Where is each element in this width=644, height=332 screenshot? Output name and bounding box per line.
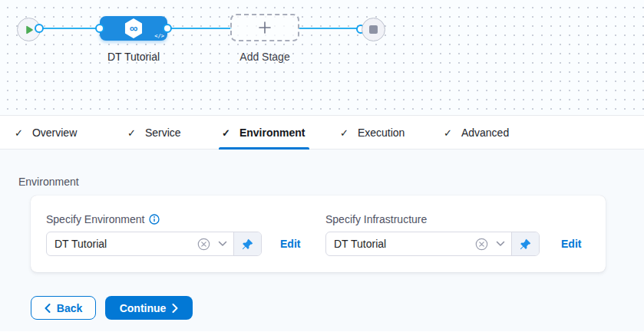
chevron-down-icon[interactable]: [496, 241, 505, 247]
tab-overview[interactable]: ✓ Overview: [15, 116, 77, 150]
stop-icon: [369, 25, 378, 34]
stage-tabs: ✓ Overview ✓ Service ✓ Environment ✓ Exe…: [0, 116, 644, 150]
specify-environment-field: Specify Environment DT Tutorial: [46, 213, 325, 272]
chevron-down-icon[interactable]: [218, 241, 227, 247]
pipeline-edge: [298, 28, 358, 29]
pin-icon: [242, 238, 253, 250]
check-icon: ✓: [15, 127, 23, 139]
connector-port: [163, 24, 172, 33]
tab-label: Overview: [32, 127, 77, 139]
section-heading: Environment: [18, 176, 626, 188]
back-button[interactable]: Back: [31, 296, 96, 320]
code-view-icon[interactable]: </>: [154, 33, 164, 39]
specify-infrastructure-field: Specify Infrastructure DT Tutorial: [325, 213, 581, 272]
check-icon: ✓: [444, 127, 452, 139]
tab-execution[interactable]: ✓ Execution: [340, 116, 405, 150]
chevron-left-icon: [45, 304, 51, 313]
tab-environment[interactable]: ✓ Environment: [222, 116, 305, 150]
cd-stage-icon: ∞: [124, 18, 143, 38]
pipeline-edge: [167, 28, 232, 29]
environment-card: Specify Environment DT Tutorial: [31, 196, 606, 272]
pipeline-end-node: [362, 18, 385, 41]
add-stage-button[interactable]: [230, 14, 299, 41]
plus-icon: [258, 21, 272, 35]
connector-port: [35, 24, 44, 33]
pipeline-edge: [38, 28, 100, 29]
clear-icon[interactable]: [197, 238, 210, 251]
pin-button[interactable]: [511, 232, 539, 255]
play-icon: [25, 25, 34, 35]
chevron-right-icon: [172, 304, 178, 313]
continue-button-label: Continue: [120, 302, 167, 314]
tab-label: Service: [145, 127, 181, 139]
tab-label: Environment: [239, 127, 305, 139]
info-icon[interactable]: [149, 214, 160, 225]
tab-service[interactable]: ✓ Service: [127, 116, 181, 150]
field-label: Specify Infrastructure: [325, 213, 427, 225]
tab-advanced[interactable]: ✓ Advanced: [444, 116, 509, 150]
edit-infrastructure-link[interactable]: Edit: [561, 238, 581, 250]
continue-button[interactable]: Continue: [105, 296, 193, 320]
pin-button[interactable]: [233, 232, 261, 255]
infrastructure-select[interactable]: DT Tutorial: [325, 232, 540, 256]
back-button-label: Back: [57, 302, 82, 314]
field-label: Specify Environment: [46, 213, 144, 225]
environment-section: Environment Specify Environment DT Tutor…: [0, 150, 644, 331]
stage-node-label: DT Tutorial: [91, 51, 177, 63]
pipeline-canvas[interactable]: ∞ </> DT Tutorial Add Stage: [0, 0, 644, 116]
connector-port: [95, 24, 104, 33]
clear-icon[interactable]: [475, 238, 488, 251]
check-icon: ✓: [340, 127, 348, 139]
infrastructure-select-value[interactable]: DT Tutorial: [334, 238, 475, 250]
add-stage-label: Add Stage: [230, 51, 299, 63]
environment-select[interactable]: DT Tutorial: [46, 232, 262, 256]
stage-node-dt-tutorial[interactable]: ∞ </>: [100, 16, 167, 41]
environment-select-value[interactable]: DT Tutorial: [54, 238, 197, 250]
check-icon: ✓: [127, 127, 136, 139]
edit-environment-link[interactable]: Edit: [280, 238, 300, 250]
check-icon: ✓: [222, 127, 230, 139]
tab-label: Advanced: [461, 127, 509, 139]
pin-icon: [520, 238, 531, 250]
tab-label: Execution: [358, 127, 405, 139]
wizard-footer: Back Continue: [31, 296, 626, 320]
